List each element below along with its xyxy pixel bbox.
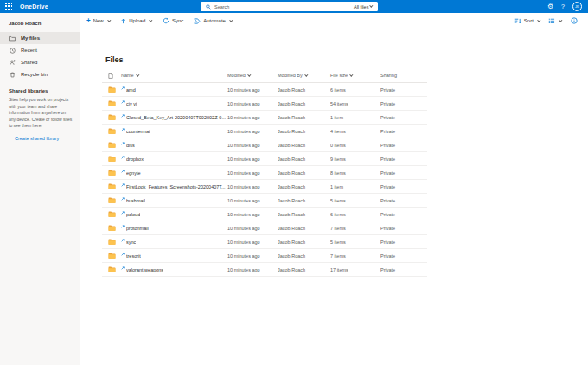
sharing-cell: Private [380, 267, 427, 272]
chevron-down-icon [370, 4, 374, 8]
table-row[interactable]: amd 10 minutes ago Jacob Roach 6 items P… [102, 83, 427, 97]
view-options-button[interactable] [548, 18, 562, 24]
folder-icon [102, 86, 121, 93]
info-button[interactable] [571, 17, 578, 24]
folder-icon [102, 114, 121, 120]
sidebar-item-recent[interactable]: Recent [0, 44, 80, 56]
table-row[interactable]: dropbox 10 minutes ago Jacob Roach 9 ite… [102, 152, 427, 166]
modified-cell: 10 minutes ago [227, 129, 278, 134]
people-icon [9, 60, 16, 66]
folder-icon [102, 266, 121, 272]
clock-icon [9, 48, 16, 54]
modified-by-cell: Jacob Roach [278, 253, 330, 259]
sharing-cell: Private [380, 129, 427, 134]
file-name-link[interactable]: hushmail [121, 198, 227, 203]
table-row[interactable]: protonmail 10 minutes ago Jacob Roach 7 … [102, 221, 427, 235]
table-row[interactable]: valorant weapons 10 minutes ago Jacob Ro… [102, 263, 427, 277]
table-row[interactable]: FirstLook_Features_Screenshots-20200407T… [102, 180, 427, 194]
column-header-sharing[interactable]: Sharing [380, 73, 427, 78]
file-size-cell: 7 items [330, 226, 380, 231]
table-header-row: Name Modified Modified By File size Shar… [102, 68, 427, 83]
file-name-link[interactable]: civ vi [121, 101, 227, 106]
folder-icon [102, 197, 121, 203]
sidebar: Jacob Roach My files Recent Shared Recyc… [0, 13, 80, 365]
link-indicator-icon [121, 156, 125, 159]
sort-icon [514, 18, 521, 24]
shared-libraries-description: Sites help you work on projects with you… [0, 97, 80, 130]
table-row[interactable]: hushmail 10 minutes ago Jacob Roach 5 it… [102, 194, 427, 208]
file-name-link[interactable]: egnyte [121, 170, 227, 176]
app-launcher-icon[interactable] [5, 3, 13, 10]
sidebar-item-my-files[interactable]: My files [0, 32, 80, 44]
upload-button-label: Upload [129, 18, 145, 23]
automate-button[interactable]: Automate [194, 18, 232, 24]
search-input[interactable]: Search All files [201, 2, 378, 11]
upload-icon [120, 18, 126, 24]
new-button[interactable]: + New [86, 17, 110, 24]
sort-button[interactable]: Sort [514, 18, 540, 24]
modified-cell: 10 minutes ago [227, 253, 278, 259]
file-name-link[interactable]: sync [121, 240, 227, 245]
create-shared-library-link[interactable]: Create shared library [0, 130, 80, 141]
file-name-link[interactable]: amd [121, 87, 227, 93]
table-row[interactable]: Closed_Beta_Key_Art-20200407T002002Z-0..… [102, 111, 427, 125]
sharing-cell: Private [380, 184, 427, 189]
modified-by-cell: Jacob Roach [278, 143, 330, 148]
sharing-cell: Private [380, 143, 427, 148]
column-header-modified[interactable]: Modified [227, 73, 278, 78]
info-icon [571, 17, 578, 24]
column-header-name[interactable]: Name [121, 73, 227, 78]
file-name-link[interactable]: Closed_Beta_Key_Art-20200407T002002Z-0..… [121, 115, 227, 120]
shared-libraries-heading: Shared libraries [0, 80, 80, 97]
modified-by-cell: Jacob Roach [278, 129, 330, 134]
file-name-link[interactable]: tresorit [121, 253, 227, 259]
chevron-down-icon [229, 18, 233, 22]
file-size-cell: 4 items [330, 129, 380, 134]
file-name-link[interactable]: FirstLook_Features_Screenshots-20200407T… [121, 184, 227, 189]
table-row[interactable]: sync 10 minutes ago Jacob Roach 5 items … [102, 235, 427, 249]
table-row[interactable]: countermail 10 minutes ago Jacob Roach 4… [102, 125, 427, 138]
link-indicator-icon [121, 266, 125, 270]
chevron-down-icon [247, 73, 251, 76]
file-name-link[interactable]: countermail [121, 129, 227, 134]
table-row[interactable]: civ vi 10 minutes ago Jacob Roach 54 ite… [102, 97, 427, 111]
folder-icon [102, 239, 121, 245]
modified-by-cell: Jacob Roach [278, 267, 330, 272]
table-row[interactable]: dlss 10 minutes ago Jacob Roach 0 items … [102, 138, 427, 152]
sidebar-item-label: Recent [21, 48, 37, 53]
file-name-link[interactable]: pcloud [121, 212, 227, 217]
modified-cell: 10 minutes ago [227, 184, 278, 189]
file-name-link[interactable]: dropbox [121, 157, 227, 162]
upload-button[interactable]: Upload [120, 18, 152, 24]
sharing-cell: Private [380, 198, 427, 203]
file-size-cell: 6 items [330, 212, 380, 217]
sync-button-label: Sync [172, 18, 183, 23]
file-name-link[interactable]: valorant weapons [121, 267, 227, 272]
column-header-modified-by[interactable]: Modified By [278, 73, 330, 78]
link-indicator-icon [121, 170, 125, 173]
column-header-file-size[interactable]: File size [330, 73, 380, 78]
file-name-link[interactable]: protonmail [121, 226, 227, 231]
modified-cell: 10 minutes ago [227, 87, 278, 93]
link-indicator-icon [121, 183, 125, 187]
folder-icon [102, 100, 121, 106]
search-scope-label: All files [354, 4, 368, 10]
link-indicator-icon [121, 197, 125, 201]
settings-gear-icon[interactable]: ⚙ [547, 3, 553, 10]
file-type-column-icon[interactable] [102, 73, 121, 79]
folder-icon [102, 225, 121, 231]
sync-button[interactable]: Sync [163, 17, 183, 24]
file-name-link[interactable]: dlss [121, 143, 227, 148]
help-icon[interactable]: ? [561, 3, 565, 10]
sidebar-item-recycle-bin[interactable]: Recycle bin [0, 68, 80, 80]
table-row[interactable]: egnyte 10 minutes ago Jacob Roach 8 item… [102, 166, 427, 180]
automate-icon [194, 18, 201, 24]
sidebar-item-label: My files [21, 35, 40, 41]
table-row[interactable]: tresorit 10 minutes ago Jacob Roach 7 it… [102, 249, 427, 263]
modified-cell: 10 minutes ago [227, 170, 278, 176]
sharing-cell: Private [380, 212, 427, 217]
avatar[interactable]: JR [572, 2, 582, 11]
table-row[interactable]: pcloud 10 minutes ago Jacob Roach 6 item… [102, 208, 427, 221]
sidebar-item-shared[interactable]: Shared [0, 56, 80, 68]
search-scope-dropdown[interactable]: All files [354, 4, 378, 10]
